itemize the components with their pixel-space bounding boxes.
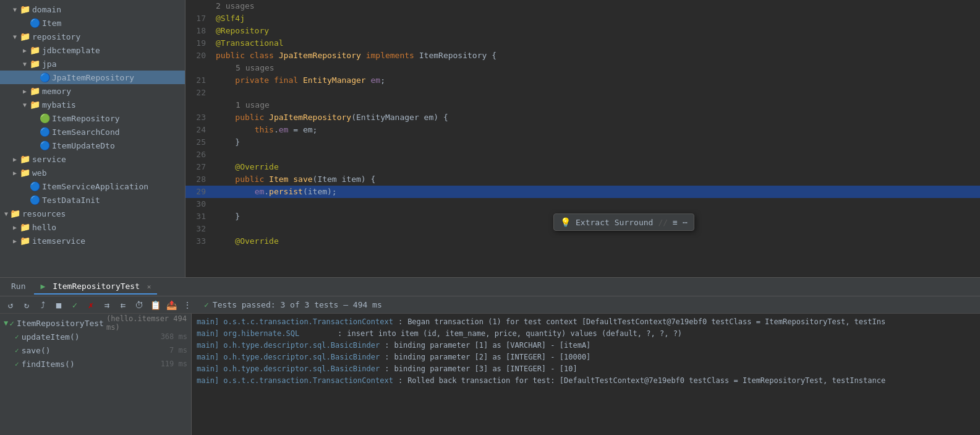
sidebar-item-label: ItemServiceApplication (42, 182, 148, 191)
log-source: main] o.h.type.descriptor.sql.BasicBinde… (197, 340, 380, 351)
list-button[interactable]: ≡ (673, 218, 678, 227)
line-number: 20 (185, 50, 213, 62)
export-button[interactable]: 📋 (148, 298, 162, 312)
code-line: 17 @Slf4j (185, 12, 980, 25)
bottom-tab-bar: Run ▶ ItemRepositoryTest ✕ (0, 278, 980, 296)
extract-button[interactable]: Extract (576, 218, 610, 227)
test-time: 7 ms (169, 346, 187, 355)
sort-reverse-button[interactable]: ⇇ (116, 298, 130, 312)
log-message: Began transaction (1) for test context [… (407, 316, 885, 328)
expand-arrow: ▶ (10, 156, 20, 163)
sidebar-item-JpaItemRepository[interactable]: 🔵 JpaItemRepository (0, 71, 185, 84)
line-content: @Override (213, 161, 980, 173)
log-line: main] o.s.t.c.transaction.TransactionCon… (197, 316, 975, 328)
tab-run[interactable]: Run (5, 279, 32, 295)
line-content: 1 usage (213, 99, 980, 111)
test-label: save() (22, 346, 51, 355)
more-button[interactable]: ⋯ (683, 218, 688, 227)
folder-icon: 📁 (30, 59, 40, 69)
sidebar-item-web[interactable]: ▶ 📁 web (0, 166, 185, 179)
line-content: public JpaItemRepository(EntityManager e… (213, 111, 980, 124)
rerun-failed-button[interactable]: ↻ (20, 298, 33, 312)
tab-close-button[interactable]: ✕ (147, 283, 151, 291)
rerun-button[interactable]: ↺ (4, 298, 17, 312)
log-output: main] o.s.t.c.transaction.TransactionCon… (192, 314, 980, 435)
sidebar-item-label: JpaItemRepository (52, 73, 134, 82)
code-line: 21 private final EntityManager em; (185, 74, 980, 87)
pass-icon: ✓ (9, 319, 14, 328)
sidebar-item-ItemUpdateDto[interactable]: 🔵 ItemUpdateDto (0, 139, 185, 152)
expand-arrow: ▼ (10, 6, 20, 13)
log-line: main] o.h.type.descriptor.sql.BasicBinde… (197, 351, 975, 363)
line-number: 25 (185, 136, 213, 149)
line-content: em.persist(item); (213, 186, 980, 198)
line-number: 28 (185, 173, 213, 186)
code-line: 25 } (185, 136, 980, 149)
line-content: public class JpaItemRepository implement… (213, 50, 980, 62)
log-source: main] o.s.t.c.transaction.TransactionCon… (197, 316, 393, 328)
line-content: public Item save(Item item) { (213, 173, 980, 186)
test-item-updateItem[interactable]: ✓ updateItem() 368 ms (0, 330, 191, 343)
sidebar-item-TestDataInit[interactable]: 🔵 TestDataInit (0, 193, 185, 207)
line-content (213, 149, 980, 161)
pass-filter-button[interactable]: ✓ (68, 298, 82, 312)
sidebar-item-label: itemservice (32, 236, 85, 246)
class-icon: 🔵 (40, 127, 49, 137)
line-number: 23 (185, 111, 213, 124)
stop-button[interactable]: ■ (52, 298, 66, 312)
folder-icon: 📁 (10, 209, 20, 218)
bottom-panel: Run ▶ ItemRepositoryTest ✕ ↺ ↻ ⤴ ■ ✓ ✗ ⇉… (0, 277, 980, 435)
sidebar-item-jpa[interactable]: ▼ 📁 jpa (0, 57, 185, 71)
folder-icon: 📁 (20, 236, 30, 246)
code-line: 33 @Override (185, 235, 980, 248)
line-number: 32 (185, 223, 213, 235)
sidebar-item-jdbctemplate[interactable]: ▶ 📁 jdbctemplate (0, 43, 185, 57)
sidebar-item-itemservice[interactable]: ▶ 📁 itemservice (0, 234, 185, 248)
line-content: 2 usages (213, 0, 980, 12)
sidebar-item-domain[interactable]: ▼ 📁 domain (0, 2, 185, 16)
test-item-save[interactable]: ✓ save() 7 ms (0, 343, 191, 357)
sort-button[interactable]: ⇉ (100, 298, 114, 312)
sidebar-item-ItemRepository[interactable]: 🟢 ItemRepository (0, 111, 185, 125)
line-number: 24 (185, 124, 213, 136)
line-content: private final EntityManager em; (213, 74, 980, 87)
sidebar-item-label: ItemSearchCond (52, 127, 120, 137)
code-editor: 2 usages 17 @Slf4j 18 @Repository 19 @Tr… (185, 0, 980, 277)
folder-icon: 📁 (30, 100, 40, 110)
pass-icon: ✓ (15, 347, 19, 355)
sidebar-item-Item[interactable]: 🔵 Item (0, 16, 185, 30)
test-item-findItems[interactable]: ✓ findItems() 119 ms (0, 357, 191, 371)
expand-arrow: ▶ (10, 238, 20, 244)
line-number: 17 (185, 12, 213, 25)
sidebar-item-ItemSearchCond[interactable]: 🔵 ItemSearchCond (0, 125, 185, 139)
test-label: findItems() (22, 360, 75, 369)
sidebar-item-mybatis[interactable]: ▼ 📁 mybatis (0, 98, 185, 111)
separator: // (658, 218, 668, 227)
time-button[interactable]: ⏱ (132, 298, 146, 312)
app-icon: 🔵 (30, 181, 40, 191)
line-number: 22 (185, 87, 213, 99)
folder-icon: 📁 (20, 168, 30, 178)
sidebar-item-hello[interactable]: ▶ 📁 hello (0, 220, 185, 234)
sidebar-item-service[interactable]: ▶ 📁 service (0, 152, 185, 166)
rerun-config-button[interactable]: ⤴ (36, 298, 49, 312)
sidebar-item-ItemServiceApplication[interactable]: 🔵 ItemServiceApplication (0, 179, 185, 193)
log-colon: : (385, 351, 389, 363)
code-line: 23 public JpaItemRepository(EntityManage… (185, 111, 980, 124)
extract-surround-popup[interactable]: 💡 Extract Surround // ≡ ⋯ (553, 213, 694, 231)
tab-ItemRepositoryTest[interactable]: ▶ ItemRepositoryTest ✕ (34, 279, 157, 295)
test-suite-item[interactable]: ▼ ✓ ItemRepositoryTest (hello.itemser 49… (0, 316, 191, 330)
more-options-button[interactable]: ⋮ (181, 298, 194, 312)
surround-button[interactable]: Surround (615, 218, 654, 227)
tab-pass-icon: ▶ (40, 282, 45, 291)
fail-filter-button[interactable]: ✗ (84, 298, 98, 312)
sidebar-item-memory[interactable]: ▶ 📁 memory (0, 84, 185, 98)
class-icon: 🔵 (40, 140, 49, 150)
log-colon: : (385, 363, 389, 375)
tab-label: ItemRepositoryTest (53, 282, 140, 291)
pass-icon: ✓ (15, 360, 19, 368)
sidebar-item-resources[interactable]: ▼ 📁 resources (0, 207, 185, 220)
sidebar-item-repository[interactable]: ▼ 📁 repository (0, 30, 185, 43)
code-line: 1 usage (185, 99, 980, 111)
import-button[interactable]: 📤 (164, 298, 178, 312)
